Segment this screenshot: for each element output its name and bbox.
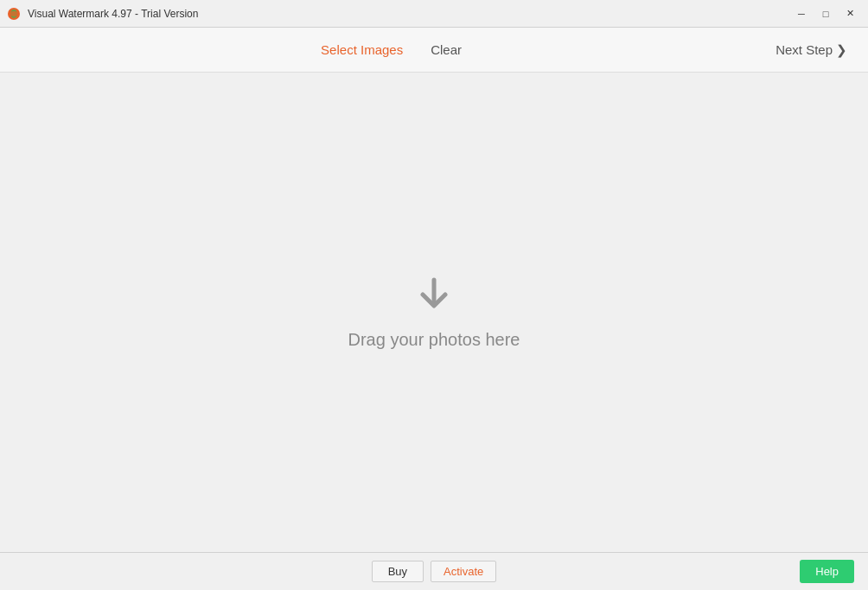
clear-button[interactable]: Clear [424, 39, 469, 60]
toolbar-left: Select Images Clear [14, 39, 769, 60]
footer: Buy Activate Help [0, 552, 868, 590]
drop-text: Drag your photos here [348, 330, 520, 350]
activate-button[interactable]: Activate [431, 561, 496, 582]
select-images-button[interactable]: Select Images [314, 39, 410, 60]
app-title: Visual Watermark 4.97 - Trial Version [28, 8, 198, 20]
next-step-chevron-icon: ❯ [836, 42, 847, 58]
footer-center: Buy Activate [294, 561, 574, 582]
title-bar: Visual Watermark 4.97 - Trial Version ─ … [0, 0, 868, 28]
title-bar-controls: ─ □ ✕ [790, 5, 861, 22]
next-step-button[interactable]: Next Step ❯ [769, 39, 854, 61]
main-content: Drag your photos here [0, 73, 868, 552]
buy-button[interactable]: Buy [372, 561, 424, 582]
toolbar: Select Images Clear Next Step ❯ [0, 28, 868, 73]
drop-zone[interactable]: Drag your photos here [348, 275, 520, 350]
close-button[interactable]: ✕ [839, 5, 861, 22]
maximize-button[interactable]: □ [814, 5, 837, 22]
svg-point-2 [9, 11, 19, 16]
minimize-button[interactable]: ─ [790, 5, 813, 22]
toolbar-right: Next Step ❯ [769, 39, 854, 61]
drop-arrow-icon [413, 275, 455, 320]
help-button[interactable]: Help [800, 560, 854, 583]
title-bar-left: Visual Watermark 4.97 - Trial Version [7, 7, 198, 21]
app-icon [7, 7, 21, 21]
next-step-label: Next Step [775, 42, 833, 57]
